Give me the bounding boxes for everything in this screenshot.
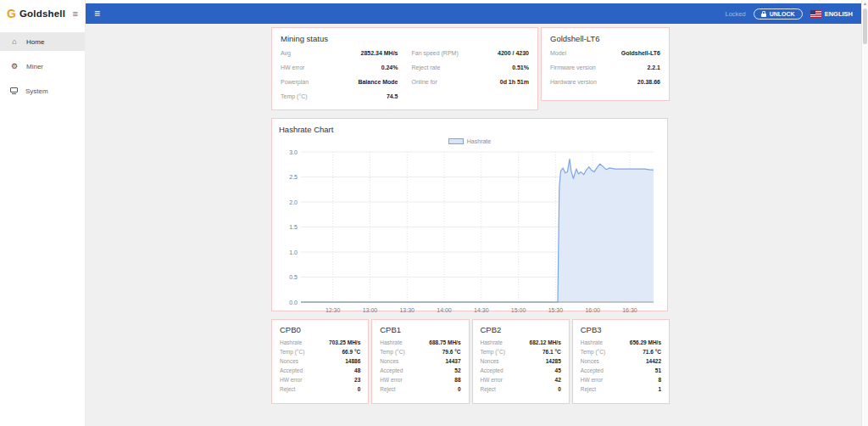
chart-legend[interactable]: Hashrate [279, 136, 660, 147]
stat-label: HW error [481, 377, 503, 383]
stat-label: Nonces [280, 358, 298, 364]
hashrate-chart-card: Hashrate Chart Hashrate 0.00.51.01.52.02… [271, 118, 668, 311]
stat-label: Fan speed (RPM) [412, 50, 459, 56]
stat-value: 48 [354, 367, 360, 373]
stat-value: 45 [555, 367, 561, 373]
stat-value: Goldshell-LT6 [621, 50, 660, 56]
stat-label: Avg [281, 50, 291, 56]
svg-text:14:00: 14:00 [437, 307, 452, 313]
mining-status-columns: Avg 2852.34 MH/s HW error 0.24% Powerpla… [281, 46, 529, 104]
sidebar-item-label: System [25, 87, 48, 95]
svg-text:15:00: 15:00 [511, 307, 526, 313]
stat-label: Hardware version [550, 79, 597, 85]
scrollbar-thumb[interactable] [863, 8, 867, 44]
stat-row: Reject rate 0.51% [412, 60, 530, 75]
stat-row: Fan speed (RPM) 4200 / 4230 [412, 46, 530, 60]
stat-value: 42 [555, 377, 561, 383]
stat-row: Hardware version 20.38.66 [550, 75, 660, 89]
cpb1-stats: Hashrate 688.75 MH/s Temp (°C) 79.6 °C N… [380, 338, 460, 394]
stat-value: 2852.34 MH/s [361, 50, 398, 56]
stat-row: Hashrate 703.25 MH/s [280, 338, 360, 347]
stat-row: Reject 1 [581, 384, 661, 394]
stat-row: Nonces 14285 [481, 356, 561, 366]
sidebar-nav: ⌂ Home ⚙ Miner System [0, 32, 85, 100]
stat-value: 0 [558, 386, 561, 392]
svg-text:1.5: 1.5 [289, 224, 298, 230]
cpb2-stats: Hashrate 682.12 MH/s Temp (°C) 76.1 °C N… [481, 338, 561, 394]
svg-text:1.0: 1.0 [289, 249, 298, 255]
sidebar-collapse-icon[interactable]: ≡ [73, 8, 78, 19]
stat-label: Hashrate [481, 339, 503, 345]
sidebar-item-label: Home [26, 38, 44, 46]
stat-row: Hashrate 682.12 MH/s [481, 338, 561, 347]
stat-label: Reject [481, 386, 496, 392]
svg-text:16:30: 16:30 [622, 307, 637, 313]
svg-text:3.0: 3.0 [289, 149, 298, 155]
stat-label: Reject rate [412, 64, 441, 70]
stat-label: Hashrate [380, 339, 402, 345]
legend-swatch-icon [448, 138, 464, 144]
stat-label: Accepted [581, 367, 604, 373]
stat-row: Hashrate 688.75 MH/s [380, 338, 460, 347]
status-row: Mining status Avg 2852.34 MH/s HW error … [271, 27, 670, 110]
vertical-scrollbar[interactable]: ▲ [861, 0, 868, 426]
stat-label: Nonces [481, 358, 499, 364]
device-info-title: Goldshell-LT6 [550, 34, 660, 43]
scroll-up-icon[interactable]: ▲ [862, 0, 868, 8]
stat-label: Nonces [380, 358, 398, 364]
gear-icon: ⚙ [10, 62, 19, 70]
stat-value: 66.9 °C [342, 349, 360, 355]
legend-label: Hashrate [467, 138, 491, 144]
top-header: ≡ Locked UNLOCK ENGLISH [86, 3, 861, 24]
stat-row: Nonces 14437 [380, 356, 460, 366]
stat-value: 4200 / 4230 [498, 50, 529, 56]
svg-text:13:30: 13:30 [399, 307, 415, 313]
sidebar-item-miner[interactable]: ⚙ Miner [0, 57, 85, 76]
sidebar-item-home[interactable]: ⌂ Home [0, 32, 85, 51]
cpb0-stats: Hashrate 703.25 MH/s Temp (°C) 66.9 °C N… [280, 338, 360, 394]
brand-header: G Goldshell ≡ [0, 3, 85, 24]
mining-status-left-column: Avg 2852.34 MH/s HW error 0.24% Powerpla… [281, 46, 398, 104]
stat-row: Temp (°C) 71.6 °C [581, 347, 661, 356]
stat-label: Firmware version [550, 64, 596, 70]
stat-row: HW error 8 [581, 375, 661, 384]
stat-value: 71.6 °C [643, 349, 661, 355]
stat-label: HW error [581, 377, 603, 383]
hashrate-chart-svg: 0.00.51.01.52.02.53.012:3013:0013:3014:0… [279, 147, 662, 315]
stat-value: 14285 [546, 358, 561, 364]
mining-status-title: Mining status [281, 34, 529, 43]
stat-value: 0.24% [381, 64, 398, 70]
lock-icon [761, 11, 766, 17]
stat-label: HW error [380, 377, 402, 383]
stat-value: 0.51% [512, 64, 529, 70]
stat-label: Reject [581, 386, 596, 392]
dashboard-content: Mining status Avg 2852.34 MH/s HW error … [271, 27, 670, 404]
language-label: ENGLISH [825, 10, 853, 18]
cpb0-card: CPB0 Hashrate 703.25 MH/s Temp (°C) 66.9… [271, 319, 369, 404]
svg-text:15:30: 15:30 [548, 307, 564, 313]
goldshell-dashboard: G Goldshell ≡ ⌂ Home ⚙ Miner System [0, 0, 868, 426]
stat-row: HW error 23 [280, 375, 360, 384]
stat-value: 0 [458, 386, 461, 392]
stat-row: HW error 0.24% [281, 60, 398, 75]
stat-row: Firmware version 2.2.1 [550, 60, 660, 75]
stat-value: 88 [454, 377, 460, 383]
language-selector[interactable]: ENGLISH [810, 10, 853, 18]
unlock-button[interactable]: UNLOCK [754, 8, 803, 20]
goldshell-logo-icon: G [7, 8, 16, 20]
menu-toggle-icon[interactable]: ≡ [94, 8, 100, 20]
sidebar-item-system[interactable]: System [0, 81, 85, 100]
stat-value: 74.5 [387, 93, 398, 99]
stat-label: Hashrate [581, 339, 603, 345]
stat-value: 76.1 °C [542, 349, 561, 355]
stat-label: HW error [280, 377, 302, 383]
stat-label: Temp (°C) [280, 349, 304, 355]
us-flag-icon [810, 10, 821, 18]
stat-value: 0d 1h 51m [500, 79, 529, 85]
stat-value: 14422 [646, 358, 661, 364]
stat-row: Model Goldshell-LT6 [550, 46, 660, 60]
stat-value: 14437 [445, 358, 460, 364]
stat-label: Temp (°C) [281, 93, 308, 99]
stat-row: Online for 0d 1h 51m [412, 75, 530, 89]
sidebar-item-label: Miner [26, 63, 43, 70]
